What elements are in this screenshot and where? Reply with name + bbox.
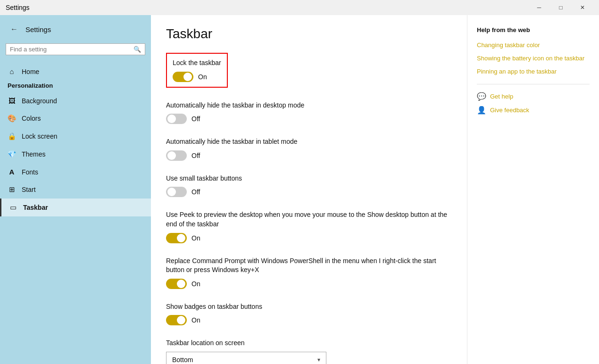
toggle-hide-desktop[interactable] xyxy=(166,114,187,124)
dropdown-value-taskbar-location: Bottom xyxy=(172,356,193,364)
toggle-peek[interactable] xyxy=(166,233,187,243)
toggle-state-label-badges: On xyxy=(191,316,200,324)
sidebar-header: ← Settings xyxy=(0,15,151,40)
setting-hide-desktop: Automatically hide the taskbar in deskto… xyxy=(166,101,452,124)
sidebar-item-label-lock-screen: Lock screen xyxy=(22,132,57,140)
colors-icon: 🎨 xyxy=(8,114,16,123)
toggle-knob xyxy=(167,188,176,196)
help-title: Help from the web xyxy=(477,26,590,33)
sidebar-app-title: Settings xyxy=(25,25,51,33)
sidebar-section-title: Personalization xyxy=(0,80,151,92)
page-title: Taskbar xyxy=(166,26,452,41)
help-divider xyxy=(477,84,590,84)
titlebar: Settings ─ □ ✕ xyxy=(0,0,599,15)
themes-icon: 💎 xyxy=(8,150,16,158)
back-button[interactable]: ← xyxy=(8,23,21,36)
toggle-state-label-hide-desktop: Off xyxy=(191,115,200,123)
sidebar-item-label-taskbar: Taskbar xyxy=(23,204,48,211)
search-box[interactable]: 🔍 xyxy=(6,43,145,55)
sidebar-item-label-themes: Themes xyxy=(22,150,46,158)
toggle-row-small-buttons: Off xyxy=(166,187,452,197)
taskbar-icon: ▭ xyxy=(9,203,17,212)
help-link-pin-app[interactable]: Pinning an app to the taskbar xyxy=(477,67,590,76)
get-help-icon: 💬 xyxy=(477,92,486,101)
sidebar-item-label-fonts: Fonts xyxy=(22,168,38,176)
lock-screen-icon: 🔒 xyxy=(8,132,16,141)
toggle-knob xyxy=(167,115,176,123)
sidebar-item-taskbar[interactable]: ▭ Taskbar xyxy=(0,199,151,216)
setting-label-hide-tablet: Automatically hide the taskbar in tablet… xyxy=(166,137,452,147)
get-help-action[interactable]: 💬 Get help xyxy=(477,92,590,101)
toggle-powershell[interactable] xyxy=(166,279,187,289)
sidebar-item-home[interactable]: ⌂ Home xyxy=(0,63,151,80)
toggle-row-badges: On xyxy=(166,315,452,325)
chevron-down-icon: ▾ xyxy=(317,356,320,363)
sidebar-item-start[interactable]: ⊞ Start xyxy=(0,181,151,199)
sidebar-item-lock-screen[interactable]: 🔒 Lock screen xyxy=(0,127,151,145)
toggle-state-label-hide-tablet: Off xyxy=(191,152,200,159)
toggle-state-label-small-buttons: Off xyxy=(191,188,200,196)
toggle-state-label-lock-taskbar: On xyxy=(198,73,207,81)
setting-hide-tablet: Automatically hide the taskbar in tablet… xyxy=(166,137,452,161)
titlebar-left: Settings xyxy=(6,4,30,11)
toggle-row-peek: On xyxy=(166,233,452,243)
give-feedback-icon: 👤 xyxy=(477,106,486,115)
sidebar-item-label-colors: Colors xyxy=(22,115,41,122)
sidebar-item-label-background: Background xyxy=(22,97,57,105)
app-body: ← Settings 🔍 ⌂ Home Personalization 🖼 Ba… xyxy=(0,15,599,364)
dropdown-taskbar-location[interactable]: Bottom ▾ xyxy=(166,352,326,364)
search-icon: 🔍 xyxy=(133,46,141,53)
toggle-small-buttons[interactable] xyxy=(166,187,187,197)
start-icon: ⊞ xyxy=(8,185,16,194)
help-link-taskbar-color[interactable]: Changing taskbar color xyxy=(477,41,590,50)
sidebar-item-label: Home xyxy=(22,68,39,75)
titlebar-title: Settings xyxy=(6,4,30,11)
main-content: Taskbar Lock the taskbar On Automaticall… xyxy=(151,15,467,364)
highlight-box: Lock the taskbar On xyxy=(166,53,228,88)
maximize-button[interactable]: □ xyxy=(550,0,572,15)
toggle-state-label-powershell: On xyxy=(191,280,200,288)
sidebar: ← Settings 🔍 ⌂ Home Personalization 🖼 Ba… xyxy=(0,15,151,364)
toggle-knob xyxy=(177,280,185,288)
background-icon: 🖼 xyxy=(8,97,16,105)
toggle-knob xyxy=(177,316,185,324)
setting-label-hide-desktop: Automatically hide the taskbar in deskto… xyxy=(166,101,452,110)
home-icon: ⌂ xyxy=(8,67,16,75)
setting-label-taskbar-location: Taskbar location on screen xyxy=(166,339,452,348)
setting-label-powershell: Replace Command Prompt with Windows Powe… xyxy=(166,256,452,275)
setting-label-small-buttons: Use small taskbar buttons xyxy=(166,174,452,183)
sidebar-item-colors[interactable]: 🎨 Colors xyxy=(0,109,151,127)
setting-taskbar-location: Taskbar location on screen Bottom ▾ xyxy=(166,339,452,364)
toggle-state-label-peek: On xyxy=(191,234,200,242)
titlebar-controls: ─ □ ✕ xyxy=(528,0,593,15)
give-feedback-action[interactable]: 👤 Give feedback xyxy=(477,106,590,115)
give-feedback-label: Give feedback xyxy=(490,107,529,114)
sidebar-item-themes[interactable]: 💎 Themes xyxy=(0,145,151,163)
search-input[interactable] xyxy=(10,46,133,53)
toggle-knob xyxy=(183,73,192,81)
toggle-knob xyxy=(167,151,176,160)
toggle-lock-taskbar[interactable] xyxy=(173,72,193,82)
toggle-badges[interactable] xyxy=(166,315,187,325)
toggle-row-powershell: On xyxy=(166,279,452,289)
setting-label-badges: Show badges on taskbar buttons xyxy=(166,302,452,312)
setting-powershell: Replace Command Prompt with Windows Powe… xyxy=(166,256,452,289)
toggle-knob xyxy=(177,234,185,242)
toggle-hide-tablet[interactable] xyxy=(166,150,187,161)
close-button[interactable]: ✕ xyxy=(572,0,593,15)
setting-label-peek: Use Peek to preview the desktop when you… xyxy=(166,210,452,229)
setting-peek: Use Peek to preview the desktop when you… xyxy=(166,210,452,243)
fonts-icon: A xyxy=(8,168,16,176)
sidebar-item-label-start: Start xyxy=(22,186,36,193)
toggle-row-hide-tablet: Off xyxy=(166,150,452,161)
get-help-label: Get help xyxy=(490,93,513,100)
setting-lock-taskbar: Lock the taskbar On xyxy=(166,53,452,88)
help-link-battery-icon[interactable]: Showing the battery icon on the taskbar xyxy=(477,54,590,63)
right-panel: Help from the web Changing taskbar color… xyxy=(467,15,599,364)
toggle-row-hide-desktop: Off xyxy=(166,114,452,124)
setting-small-buttons: Use small taskbar buttons Off xyxy=(166,174,452,198)
sidebar-item-fonts[interactable]: A Fonts xyxy=(0,163,151,181)
sidebar-item-background[interactable]: 🖼 Background xyxy=(0,92,151,109)
toggle-row-lock-taskbar: On xyxy=(173,72,221,82)
minimize-button[interactable]: ─ xyxy=(528,0,550,15)
